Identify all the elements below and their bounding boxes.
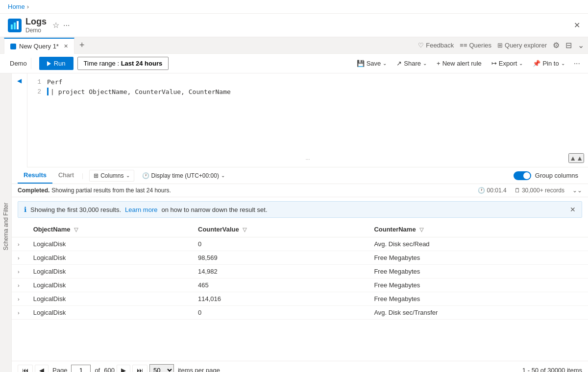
- close-button[interactable]: ✕: [574, 21, 580, 30]
- row-expand-cell[interactable]: ›: [12, 265, 27, 279]
- clock-small-icon: 🕐: [478, 187, 485, 194]
- app-subtitle: Demo: [25, 27, 47, 34]
- row-expand-cell[interactable]: ›: [12, 279, 27, 292]
- row-expand-icon[interactable]: ›: [18, 310, 20, 316]
- code-content-2: | project ObjectName, CounterValue, Coun…: [50, 88, 231, 95]
- prev-page-button[interactable]: ◀: [35, 365, 49, 372]
- cell-countername: Avg. Disk sec/Transfer: [368, 306, 588, 320]
- alert-icon: +: [437, 60, 441, 67]
- table-header: ObjectName ▽ CounterValue ▽ CounterName …: [12, 222, 588, 237]
- collapse-editor-button[interactable]: ▲▲: [568, 153, 584, 163]
- code-editor[interactable]: 1 Perf 2 | project ObjectName, CounterVa…: [27, 73, 588, 167]
- cell-countervalue: 0: [192, 237, 368, 251]
- row-expand-cell[interactable]: ›: [12, 237, 27, 251]
- row-expand-icon[interactable]: ›: [18, 269, 20, 275]
- info-banner: ℹ Showing the first 30,000 results. Lear…: [18, 201, 582, 218]
- queries-button[interactable]: ≡≡ Queries: [460, 42, 491, 49]
- row-expand-icon[interactable]: ›: [18, 282, 20, 288]
- settings-icon[interactable]: ⚙: [553, 41, 560, 50]
- run-play-icon: [47, 61, 51, 66]
- cell-countername: Avg. Disk sec/Read: [368, 237, 588, 251]
- info-banner-content: ℹ Showing the first 30,000 results. Lear…: [24, 206, 268, 213]
- time-range-button[interactable]: Time range : Last 24 hours: [77, 57, 169, 70]
- app-title: Logs: [25, 17, 47, 27]
- display-time-button[interactable]: 🕐 Display time (UTC+00:00) ⌄: [138, 170, 229, 181]
- svg-rect-0: [11, 24, 13, 29]
- records-icon: 🗒: [514, 187, 520, 194]
- export-icon: ↦: [491, 60, 497, 67]
- tab-chart[interactable]: Chart: [52, 167, 80, 184]
- expand-results-icon[interactable]: ⌄⌄: [572, 187, 582, 194]
- status-right: 🕐 00:01.4 🗒 30,000+ records ⌄⌄: [478, 187, 582, 194]
- cell-objectname: LogicalDisk: [27, 265, 192, 279]
- total-pages: 600: [104, 367, 115, 372]
- first-page-button[interactable]: ⏮: [18, 365, 33, 372]
- row-expand-icon[interactable]: ›: [18, 241, 20, 247]
- learn-more-link[interactable]: Learn more: [125, 206, 157, 213]
- side-panel[interactable]: Schema and Filter: [0, 73, 12, 372]
- line-marker-2: [47, 88, 49, 95]
- tab-results[interactable]: Results: [18, 167, 52, 184]
- breadcrumb-home[interactable]: Home: [8, 3, 25, 10]
- col-header-countername: CounterName ▽: [368, 222, 588, 237]
- save-chevron-icon: ⌄: [383, 61, 387, 66]
- pin-to-button[interactable]: 📌 Pin to ⌄: [530, 58, 567, 69]
- toolbar-more-icon[interactable]: ···: [572, 57, 582, 70]
- columns-icon: ⊞: [94, 172, 98, 179]
- new-alert-rule-button[interactable]: + New alert rule: [434, 58, 485, 69]
- expand-view-icon[interactable]: ⌄: [578, 41, 584, 50]
- cell-objectname: LogicalDisk: [27, 279, 192, 292]
- data-table-container: ObjectName ▽ CounterValue ▽ CounterName …: [12, 222, 588, 361]
- toolbar: Demo Run Time range : Last 24 hours 💾 Sa…: [0, 54, 588, 73]
- save-button[interactable]: 💾 Save ⌄: [354, 58, 390, 69]
- side-panel-label: Schema and Filter: [2, 203, 9, 250]
- svg-rect-2: [17, 21, 19, 29]
- row-expand-cell[interactable]: ›: [12, 292, 27, 306]
- per-page-select[interactable]: 50 100 200: [149, 364, 174, 372]
- tab-close-icon[interactable]: ✕: [64, 43, 68, 49]
- filter-countervalue-icon[interactable]: ▽: [243, 227, 246, 233]
- expand-col-header: [12, 222, 27, 237]
- row-expand-icon[interactable]: ›: [18, 255, 20, 261]
- col-header-countervalue: CounterValue ▽: [192, 222, 368, 237]
- group-columns-toggle[interactable]: [514, 171, 531, 180]
- tab-bar-actions: ♡ Feedback ≡≡ Queries ⊞ Query explorer ⚙…: [418, 41, 584, 50]
- cell-objectname: LogicalDisk: [27, 237, 192, 251]
- query-explorer-button[interactable]: ⊞ Query explorer: [497, 42, 547, 49]
- columns-button[interactable]: ⊞ Columns ⌄: [89, 170, 134, 182]
- editor-area: ◀ 1 Perf 2 | project ObjectName, Counter…: [12, 73, 588, 167]
- table-row: › LogicalDisk 0 Avg. Disk sec/Read: [12, 237, 588, 251]
- tab-icon: [10, 44, 16, 49]
- col-header-objectname: ObjectName ▽: [27, 222, 192, 237]
- info-banner-close-icon[interactable]: ✕: [570, 206, 576, 213]
- tab-new-query-1[interactable]: New Query 1* ✕: [4, 38, 74, 54]
- filter-countername-icon[interactable]: ▽: [419, 227, 423, 233]
- last-page-button[interactable]: ⏭: [132, 365, 147, 372]
- editor-results: ◀ 1 Perf 2 | project ObjectName, Counter…: [12, 73, 588, 372]
- cell-countervalue: 114,016: [192, 292, 368, 306]
- table-body: › LogicalDisk 0 Avg. Disk sec/Read › Log…: [12, 237, 588, 320]
- row-expand-cell[interactable]: ›: [12, 306, 27, 320]
- run-button[interactable]: Run: [39, 57, 74, 70]
- status-bar: Completed. Showing partial results from …: [12, 184, 588, 197]
- results-tab-tools: ⊞ Columns ⌄ 🕐 Display time (UTC+00:00) ⌄: [89, 170, 229, 182]
- table-row: › LogicalDisk 14,982 Free Megabytes: [12, 265, 588, 279]
- add-tab-button[interactable]: +: [75, 38, 89, 52]
- pin-icon: 📌: [533, 60, 540, 67]
- more-options-icon[interactable]: ···: [63, 21, 70, 30]
- collapse-left-button[interactable]: ◀: [17, 77, 22, 84]
- favorite-icon[interactable]: ☆: [52, 21, 59, 30]
- feedback-button[interactable]: ♡ Feedback: [418, 42, 454, 49]
- svg-rect-1: [14, 23, 16, 29]
- filter-objectname-icon[interactable]: ▽: [74, 227, 78, 233]
- view-icon[interactable]: ⊟: [565, 41, 572, 50]
- row-expand-icon[interactable]: ›: [18, 296, 20, 302]
- next-page-button[interactable]: ▶: [117, 365, 130, 372]
- queries-icon: ≡≡: [460, 42, 467, 49]
- clock-icon: 🕐: [142, 172, 149, 179]
- page-number-input[interactable]: [71, 365, 91, 372]
- export-button[interactable]: ↦ Export ⌄: [489, 58, 526, 69]
- share-button[interactable]: ↗ Share ⌄: [393, 58, 430, 69]
- info-suffix: on how to narrow down the result set.: [161, 206, 267, 213]
- row-expand-cell[interactable]: ›: [12, 251, 27, 265]
